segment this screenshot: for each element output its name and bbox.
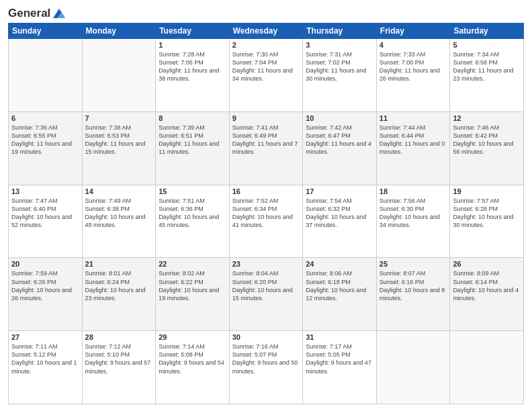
calendar-cell: 25Sunrise: 8:07 AMSunset: 6:16 PMDayligh… — [376, 258, 450, 331]
calendar-page: General SundayMondayTuesdayWednesdayThur… — [0, 0, 532, 411]
day-info: Sunrise: 7:52 AMSunset: 6:34 PMDaylight:… — [232, 197, 300, 230]
day-info: Sunrise: 7:39 AMSunset: 6:51 PMDaylight:… — [159, 124, 226, 156]
day-info: Sunrise: 7:12 AMSunset: 5:10 PMDaylight:… — [85, 342, 153, 375]
day-info: Sunrise: 7:47 AMSunset: 6:40 PMDaylight:… — [11, 197, 79, 230]
calendar-cell: 9Sunrise: 7:41 AMSunset: 6:49 PMDaylight… — [229, 111, 303, 185]
calendar-cell: 2Sunrise: 7:30 AMSunset: 7:04 PMDaylight… — [229, 39, 303, 112]
day-info: Sunrise: 7:31 AMSunset: 7:02 PMDaylight:… — [306, 50, 373, 83]
day-info: Sunrise: 7:11 AMSunset: 5:12 PMDaylight:… — [11, 342, 79, 375]
day-number: 1 — [159, 41, 226, 49]
calendar-cell: 12Sunrise: 7:46 AMSunset: 6:42 PMDayligh… — [450, 111, 524, 185]
day-info: Sunrise: 7:54 AMSunset: 6:32 PMDaylight:… — [306, 197, 373, 230]
calendar-cell: 8Sunrise: 7:39 AMSunset: 6:51 PMDaylight… — [156, 111, 230, 185]
weekday-header-wednesday: Wednesday — [229, 24, 303, 39]
day-number: 4 — [380, 41, 447, 49]
calendar-cell — [376, 331, 450, 404]
calendar-cell: 18Sunrise: 7:56 AMSunset: 6:30 PMDayligh… — [376, 185, 450, 258]
day-number: 31 — [306, 333, 373, 341]
day-number: 22 — [159, 260, 226, 268]
calendar-cell: 3Sunrise: 7:31 AMSunset: 7:02 PMDaylight… — [303, 39, 377, 112]
day-info: Sunrise: 7:56 AMSunset: 6:30 PMDaylight:… — [380, 197, 447, 230]
day-number: 24 — [306, 260, 373, 268]
calendar-cell: 29Sunrise: 7:14 AMSunset: 5:08 PMDayligh… — [156, 331, 230, 404]
header: General — [8, 7, 524, 17]
weekday-header-row: SundayMondayTuesdayWednesdayThursdayFrid… — [9, 24, 524, 39]
day-number: 13 — [11, 187, 79, 195]
day-info: Sunrise: 8:07 AMSunset: 6:16 PMDaylight:… — [380, 269, 447, 302]
calendar-cell: 30Sunrise: 7:16 AMSunset: 5:07 PMDayligh… — [229, 331, 303, 404]
day-info: Sunrise: 7:49 AMSunset: 6:38 PMDaylight:… — [85, 197, 153, 230]
weekday-header-thursday: Thursday — [303, 24, 377, 39]
calendar-cell: 31Sunrise: 7:17 AMSunset: 5:05 PMDayligh… — [303, 331, 377, 404]
logo-general: General — [8, 7, 50, 20]
week-row-3: 13Sunrise: 7:47 AMSunset: 6:40 PMDayligh… — [9, 185, 524, 258]
logo-icon — [52, 7, 66, 19]
calendar-cell: 15Sunrise: 7:51 AMSunset: 6:36 PMDayligh… — [156, 185, 230, 258]
calendar-cell: 23Sunrise: 8:04 AMSunset: 6:20 PMDayligh… — [229, 258, 303, 331]
day-info: Sunrise: 8:02 AMSunset: 6:22 PMDaylight:… — [159, 269, 226, 302]
day-number: 16 — [232, 187, 300, 195]
calendar-cell — [9, 39, 83, 112]
day-number: 26 — [453, 260, 521, 268]
day-info: Sunrise: 7:14 AMSunset: 5:08 PMDaylight:… — [159, 342, 226, 375]
weekday-header-tuesday: Tuesday — [156, 24, 230, 39]
day-info: Sunrise: 8:06 AMSunset: 6:18 PMDaylight:… — [306, 269, 373, 302]
week-row-2: 6Sunrise: 7:36 AMSunset: 6:55 PMDaylight… — [9, 111, 524, 185]
week-row-5: 27Sunrise: 7:11 AMSunset: 5:12 PMDayligh… — [9, 331, 524, 404]
calendar-cell: 5Sunrise: 7:34 AMSunset: 6:58 PMDaylight… — [450, 39, 524, 112]
day-info: Sunrise: 7:42 AMSunset: 6:47 PMDaylight:… — [306, 124, 373, 156]
day-number: 27 — [11, 333, 79, 341]
day-info: Sunrise: 7:30 AMSunset: 7:04 PMDaylight:… — [232, 50, 300, 83]
day-info: Sunrise: 7:33 AMSunset: 7:00 PMDaylight:… — [380, 50, 447, 83]
day-info: Sunrise: 7:16 AMSunset: 5:07 PMDaylight:… — [232, 342, 300, 375]
calendar-cell — [82, 39, 156, 112]
day-number: 10 — [306, 114, 373, 122]
day-info: Sunrise: 8:01 AMSunset: 6:24 PMDaylight:… — [85, 269, 153, 302]
weekday-header-monday: Monday — [82, 24, 156, 39]
calendar-cell: 6Sunrise: 7:36 AMSunset: 6:55 PMDaylight… — [9, 111, 83, 185]
day-number: 28 — [85, 333, 153, 341]
weekday-header-saturday: Saturday — [450, 24, 524, 39]
calendar-cell: 16Sunrise: 7:52 AMSunset: 6:34 PMDayligh… — [229, 185, 303, 258]
calendar-cell: 24Sunrise: 8:06 AMSunset: 6:18 PMDayligh… — [303, 258, 377, 331]
calendar-cell: 20Sunrise: 7:59 AMSunset: 6:26 PMDayligh… — [9, 258, 83, 331]
day-info: Sunrise: 7:38 AMSunset: 6:53 PMDaylight:… — [85, 124, 153, 156]
calendar-cell: 13Sunrise: 7:47 AMSunset: 6:40 PMDayligh… — [9, 185, 83, 258]
day-number: 9 — [232, 114, 300, 122]
day-number: 7 — [85, 114, 153, 122]
day-info: Sunrise: 7:36 AMSunset: 6:55 PMDaylight:… — [11, 124, 79, 156]
day-number: 21 — [85, 260, 153, 268]
calendar-cell: 11Sunrise: 7:44 AMSunset: 6:44 PMDayligh… — [376, 111, 450, 185]
logo: General — [8, 7, 66, 17]
day-number: 18 — [380, 187, 447, 195]
calendar-cell: 1Sunrise: 7:28 AMSunset: 7:06 PMDaylight… — [156, 39, 230, 112]
calendar-cell — [450, 331, 524, 404]
week-row-1: 1Sunrise: 7:28 AMSunset: 7:06 PMDaylight… — [9, 39, 524, 112]
day-info: Sunrise: 7:28 AMSunset: 7:06 PMDaylight:… — [159, 50, 226, 83]
day-info: Sunrise: 7:59 AMSunset: 6:26 PMDaylight:… — [11, 269, 79, 302]
calendar-cell: 17Sunrise: 7:54 AMSunset: 6:32 PMDayligh… — [303, 185, 377, 258]
calendar-cell: 28Sunrise: 7:12 AMSunset: 5:10 PMDayligh… — [82, 331, 156, 404]
calendar-cell: 10Sunrise: 7:42 AMSunset: 6:47 PMDayligh… — [303, 111, 377, 185]
day-number: 20 — [11, 260, 79, 268]
day-info: Sunrise: 7:51 AMSunset: 6:36 PMDaylight:… — [159, 197, 226, 230]
calendar-cell: 27Sunrise: 7:11 AMSunset: 5:12 PMDayligh… — [9, 331, 83, 404]
day-number: 8 — [159, 114, 226, 122]
day-info: Sunrise: 7:41 AMSunset: 6:49 PMDaylight:… — [232, 124, 300, 156]
weekday-header-sunday: Sunday — [9, 24, 83, 39]
day-number: 29 — [159, 333, 226, 341]
day-number: 6 — [11, 114, 79, 122]
day-info: Sunrise: 8:04 AMSunset: 6:20 PMDaylight:… — [232, 269, 300, 302]
calendar-cell: 22Sunrise: 8:02 AMSunset: 6:22 PMDayligh… — [156, 258, 230, 331]
day-number: 2 — [232, 41, 300, 49]
weekday-header-friday: Friday — [376, 24, 450, 39]
day-info: Sunrise: 7:34 AMSunset: 6:58 PMDaylight:… — [453, 50, 521, 83]
day-info: Sunrise: 7:46 AMSunset: 6:42 PMDaylight:… — [453, 124, 521, 156]
calendar-cell: 4Sunrise: 7:33 AMSunset: 7:00 PMDaylight… — [376, 39, 450, 112]
day-number: 14 — [85, 187, 153, 195]
day-info: Sunrise: 7:44 AMSunset: 6:44 PMDaylight:… — [380, 124, 447, 156]
day-number: 23 — [232, 260, 300, 268]
day-number: 30 — [232, 333, 300, 341]
week-row-4: 20Sunrise: 7:59 AMSunset: 6:26 PMDayligh… — [9, 258, 524, 331]
day-number: 11 — [380, 114, 447, 122]
